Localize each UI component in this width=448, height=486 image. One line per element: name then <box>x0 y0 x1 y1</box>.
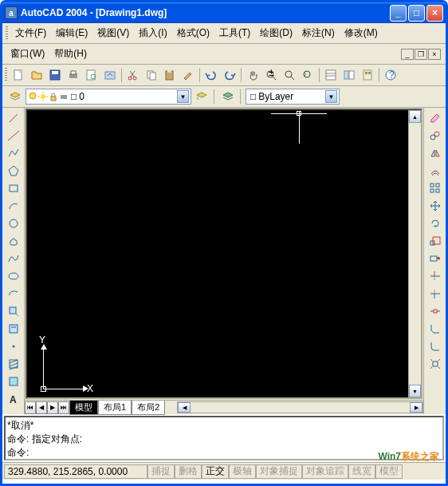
rotate-button[interactable] <box>426 215 444 232</box>
menu-dimension[interactable]: 标注(N) <box>297 25 340 41</box>
circle-button[interactable] <box>5 215 22 232</box>
dropdown-icon[interactable]: ▼ <box>325 90 337 103</box>
redo-button[interactable] <box>221 66 238 84</box>
extend-button[interactable] <box>426 285 444 302</box>
minimize-button[interactable]: _ <box>390 5 407 22</box>
lwt-toggle[interactable]: 线宽 <box>348 464 375 479</box>
coordinates-display[interactable]: 329.4880, 215.2865, 0.0000 <box>4 464 147 479</box>
make-block-button[interactable] <box>5 320 22 338</box>
region-button[interactable] <box>5 373 22 390</box>
menu-format[interactable]: 格式(O) <box>172 25 214 41</box>
horizontal-scrollbar[interactable]: ◀ ▶ <box>177 401 423 413</box>
command-prompt[interactable]: 命令: <box>7 446 441 460</box>
scroll-down-button[interactable]: ▼ <box>409 385 421 397</box>
polyline-button[interactable] <box>5 144 22 162</box>
text-button[interactable]: A <box>5 390 22 408</box>
ortho-toggle[interactable]: 正交 <box>202 464 229 479</box>
snap-toggle[interactable]: 捕捉 <box>147 464 175 479</box>
move-button[interactable] <box>426 197 444 215</box>
grip-icon[interactable] <box>6 26 8 41</box>
layer-previous-button[interactable] <box>193 88 210 105</box>
grip-icon[interactable] <box>5 68 7 82</box>
tab-first-button[interactable]: ⏮ <box>25 401 36 414</box>
layer-manager-button[interactable] <box>6 88 24 105</box>
open-button[interactable] <box>28 66 45 84</box>
maximize-button[interactable]: □ <box>408 5 425 22</box>
scroll-up-button[interactable]: ▲ <box>409 110 421 123</box>
ellipse-arc-button[interactable] <box>5 285 22 302</box>
ellipse-button[interactable] <box>5 267 22 285</box>
vertical-scrollbar[interactable]: ▲ ▼ <box>408 110 421 397</box>
arc-button[interactable] <box>5 197 22 215</box>
menu-view[interactable]: 视图(V) <box>92 25 134 41</box>
command-window[interactable]: *取消* 命令: 指定对角点: 命令: <box>4 416 444 460</box>
design-center-button[interactable] <box>340 66 358 84</box>
model-toggle[interactable]: 模型 <box>375 464 403 479</box>
stretch-button[interactable] <box>426 250 444 267</box>
new-button[interactable] <box>10 66 27 84</box>
tab-layout1[interactable]: 布局1 <box>98 401 132 415</box>
polygon-button[interactable] <box>5 162 22 180</box>
save-button[interactable] <box>46 66 64 84</box>
mdi-restore-button[interactable]: ❐ <box>415 49 427 60</box>
menu-help[interactable]: 帮助(H) <box>49 45 92 62</box>
menu-file[interactable]: 文件(F) <box>10 25 51 41</box>
explode-button[interactable] <box>426 355 444 373</box>
copy-button[interactable] <box>143 66 160 84</box>
match-button[interactable] <box>179 66 197 84</box>
color-control-button[interactable] <box>219 88 237 105</box>
undo-button[interactable] <box>202 66 220 84</box>
help-button[interactable]: ? <box>382 66 399 84</box>
otrack-toggle[interactable]: 对象追踪 <box>302 464 348 479</box>
array-button[interactable] <box>426 180 444 197</box>
tab-model[interactable]: 模型 <box>69 401 98 415</box>
linetype-combo[interactable]: □ ByLayer ▼ <box>246 89 340 105</box>
polar-toggle[interactable]: 极轴 <box>229 464 256 479</box>
trim-button[interactable] <box>426 267 444 285</box>
break-button[interactable] <box>426 302 444 320</box>
properties-button[interactable] <box>322 66 340 84</box>
hatch-button[interactable] <box>5 355 22 373</box>
scroll-right-button[interactable]: ▶ <box>410 402 422 413</box>
mirror-button[interactable] <box>426 144 444 162</box>
erase-button[interactable] <box>426 109 444 127</box>
tab-layout2[interactable]: 布局2 <box>132 401 165 415</box>
tool-palettes-button[interactable] <box>359 66 376 84</box>
paste-button[interactable] <box>161 66 179 84</box>
scale-button[interactable] <box>426 232 444 250</box>
chamfer-button[interactable] <box>426 320 444 338</box>
cut-button[interactable] <box>124 66 142 84</box>
publish-button[interactable] <box>101 66 119 84</box>
pan-button[interactable] <box>244 66 261 84</box>
dropdown-icon[interactable]: ▼ <box>177 90 189 103</box>
zoom-realtime-button[interactable]: ± <box>262 66 280 84</box>
preview-button[interactable] <box>83 66 100 84</box>
mdi-close-button[interactable]: × <box>428 49 441 60</box>
tab-next-button[interactable]: ▶ <box>47 401 58 414</box>
scroll-left-button[interactable]: ◀ <box>178 402 191 413</box>
menu-edit[interactable]: 编辑(E) <box>51 25 92 41</box>
line-button[interactable] <box>5 109 22 127</box>
copy-obj-button[interactable] <box>426 127 444 144</box>
offset-button[interactable] <box>426 162 444 180</box>
tab-prev-button[interactable]: ◀ <box>36 401 47 414</box>
menu-insert[interactable]: 插入(I) <box>134 25 171 41</box>
zoom-window-button[interactable] <box>281 66 298 84</box>
print-button[interactable] <box>65 66 82 84</box>
grid-toggle[interactable]: 删格 <box>175 464 202 479</box>
drawing-canvas[interactable]: Y X ▲ ▼ <box>26 109 422 399</box>
insert-block-button[interactable] <box>5 302 22 320</box>
zoom-previous-button[interactable] <box>299 66 316 84</box>
point-button[interactable] <box>5 338 22 355</box>
menu-draw[interactable]: 绘图(D) <box>255 25 297 41</box>
osnap-toggle[interactable]: 对象捕捉 <box>256 464 302 479</box>
fillet-button[interactable] <box>426 338 444 355</box>
menu-window[interactable]: 窗口(W) <box>6 45 49 62</box>
menu-tools[interactable]: 工具(T) <box>214 25 255 41</box>
mdi-minimize-button[interactable]: _ <box>401 49 414 60</box>
close-button[interactable]: × <box>426 5 443 22</box>
xline-button[interactable] <box>5 127 22 144</box>
rectangle-button[interactable] <box>5 180 22 197</box>
menu-modify[interactable]: 修改(M) <box>340 25 383 41</box>
layer-combo[interactable]: □ 0 ▼ <box>26 89 191 105</box>
